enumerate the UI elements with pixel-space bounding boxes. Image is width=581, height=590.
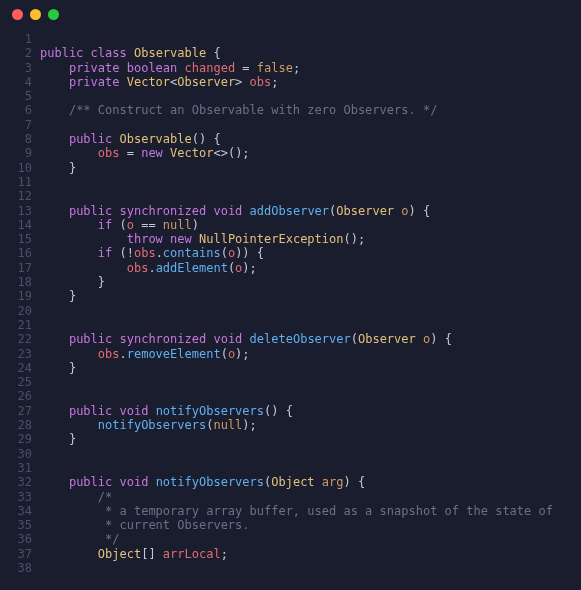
code-line[interactable]: public class Observable { [40,46,553,60]
code-line[interactable]: } [40,432,553,446]
line-number: 9 [0,146,32,160]
code-line[interactable] [40,318,553,332]
code-line[interactable]: throw new NullPointerException(); [40,232,553,246]
code-line[interactable]: /** Construct an Observable with zero Ob… [40,103,553,117]
line-number: 26 [0,389,32,403]
code-line[interactable] [40,375,553,389]
code-line[interactable]: } [40,361,553,375]
code-line[interactable]: public synchronized void deleteObserver(… [40,332,553,346]
code-line[interactable] [40,447,553,461]
line-number: 6 [0,103,32,117]
line-number: 10 [0,161,32,175]
minimize-icon[interactable] [30,9,41,20]
line-number: 30 [0,447,32,461]
line-number: 20 [0,304,32,318]
code-line[interactable]: } [40,161,553,175]
line-number: 32 [0,475,32,489]
line-number: 25 [0,375,32,389]
line-number: 31 [0,461,32,475]
line-gutter: 1234567891011121314151617181920212223242… [0,32,40,575]
code-line[interactable]: * current Observers. [40,518,553,532]
code-window: 1234567891011121314151617181920212223242… [0,0,581,590]
line-number: 14 [0,218,32,232]
code-content[interactable]: public class Observable { private boolea… [40,32,553,575]
code-line[interactable]: public synchronized void addObserver(Obs… [40,204,553,218]
line-number: 2 [0,46,32,60]
code-line[interactable]: obs.removeElement(o); [40,347,553,361]
code-line[interactable]: private Vector<Observer> obs; [40,75,553,89]
line-number: 4 [0,75,32,89]
code-line[interactable] [40,32,553,46]
line-number: 38 [0,561,32,575]
line-number: 15 [0,232,32,246]
line-number: 18 [0,275,32,289]
code-line[interactable]: public void notifyObservers(Object arg) … [40,475,553,489]
line-number: 22 [0,332,32,346]
code-line[interactable] [40,461,553,475]
line-number: 17 [0,261,32,275]
code-line[interactable]: Object[] arrLocal; [40,547,553,561]
line-number: 8 [0,132,32,146]
line-number: 28 [0,418,32,432]
zoom-icon[interactable] [48,9,59,20]
line-number: 21 [0,318,32,332]
close-icon[interactable] [12,9,23,20]
line-number: 23 [0,347,32,361]
code-line[interactable]: /* [40,490,553,504]
code-line[interactable] [40,561,553,575]
code-line[interactable]: if (o == null) [40,218,553,232]
code-line[interactable] [40,175,553,189]
code-line[interactable]: public void notifyObservers() { [40,404,553,418]
code-line[interactable] [40,189,553,203]
titlebar [0,0,581,28]
line-number: 35 [0,518,32,532]
code-line[interactable]: obs = new Vector<>(); [40,146,553,160]
line-number: 33 [0,490,32,504]
line-number: 29 [0,432,32,446]
line-number: 24 [0,361,32,375]
code-editor[interactable]: 1234567891011121314151617181920212223242… [0,28,581,575]
code-line[interactable] [40,89,553,103]
line-number: 37 [0,547,32,561]
code-line[interactable]: notifyObservers(null); [40,418,553,432]
code-line[interactable] [40,304,553,318]
line-number: 1 [0,32,32,46]
code-line[interactable]: */ [40,532,553,546]
code-line[interactable]: obs.addElement(o); [40,261,553,275]
code-line[interactable]: * a temporary array buffer, used as a sn… [40,504,553,518]
code-line[interactable] [40,389,553,403]
line-number: 3 [0,61,32,75]
line-number: 27 [0,404,32,418]
code-line[interactable]: private boolean changed = false; [40,61,553,75]
code-line[interactable] [40,118,553,132]
line-number: 19 [0,289,32,303]
code-line[interactable]: } [40,275,553,289]
line-number: 36 [0,532,32,546]
line-number: 12 [0,189,32,203]
line-number: 11 [0,175,32,189]
line-number: 16 [0,246,32,260]
line-number: 7 [0,118,32,132]
line-number: 34 [0,504,32,518]
code-line[interactable]: if (!obs.contains(o)) { [40,246,553,260]
code-line[interactable]: } [40,289,553,303]
line-number: 5 [0,89,32,103]
code-line[interactable]: public Observable() { [40,132,553,146]
line-number: 13 [0,204,32,218]
